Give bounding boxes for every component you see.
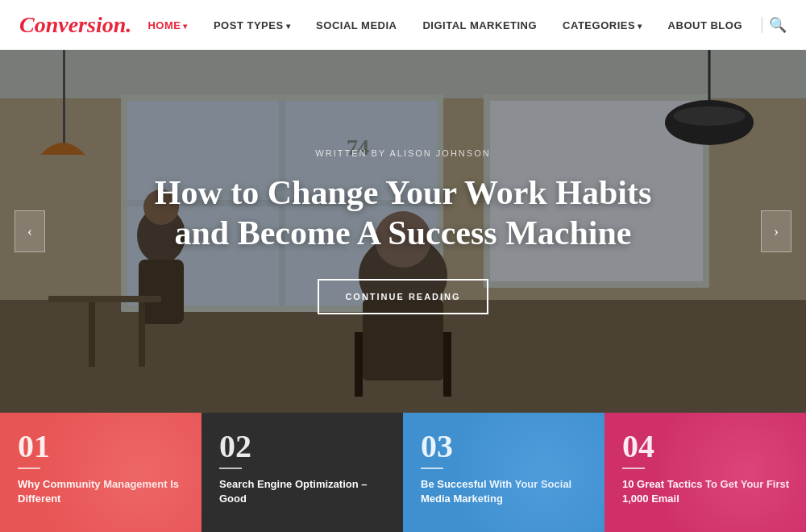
nav-item-about-blog[interactable]: ABOUT BLOG — [655, 18, 755, 32]
logo-text: Conversion — [19, 12, 126, 37]
nav-search-item[interactable]: 🔍 — [769, 16, 787, 34]
card-1-bg — [0, 413, 202, 532]
nav-divider-item — [755, 17, 769, 33]
hero-author: WRITTEN BY ALISON JOHNSON — [315, 148, 490, 158]
nav-link-about-blog[interactable]: ABOUT BLOG — [655, 19, 755, 31]
hero-title: How to Change Your Work Habits and Becom… — [129, 172, 677, 254]
nav-item-home[interactable]: HOME▾ — [135, 18, 201, 32]
hero-slider: 74 — [0, 50, 806, 413]
nav-item-social-media[interactable]: SOCIAL MEDIA — [303, 18, 409, 32]
card-4-bg — [604, 413, 806, 532]
nav-item-digital-marketing[interactable]: DIGITAL MARKETING — [409, 18, 550, 32]
nav-links: HOME▾ POST TYPES▾ SOCIAL MEDIA DIGITAL M… — [135, 16, 787, 34]
nav-link-home[interactable]: HOME▾ — [135, 19, 201, 31]
nav-item-categories[interactable]: CATEGORIES▾ — [550, 18, 655, 32]
nav-link-social-media[interactable]: SOCIAL MEDIA — [303, 19, 409, 31]
card-1[interactable]: 01 Why Community Management Is Different — [0, 413, 202, 532]
card-3-bg — [403, 413, 604, 532]
chevron-left-icon: ‹ — [27, 223, 32, 240]
slider-prev-button[interactable]: ‹ — [15, 210, 45, 252]
card-2-title: Search Engine Optimization – Good — [219, 477, 387, 506]
logo[interactable]: Conversion. — [19, 12, 131, 38]
nav-link-digital-marketing[interactable]: DIGITAL MARKETING — [409, 19, 550, 31]
nav-link-categories[interactable]: CATEGORIES▾ — [550, 19, 655, 31]
featured-cards: 01 Why Community Management Is Different… — [0, 413, 806, 532]
card-3[interactable]: 03 Be Succesful With Your Social Media M… — [403, 413, 604, 532]
slider-next-button[interactable]: › — [761, 210, 791, 252]
card-4[interactable]: 04 10 Great Tactics To Get Your First 1,… — [604, 413, 806, 532]
card-2-number: 02 — [219, 430, 387, 463]
hero-content: WRITTEN BY ALISON JOHNSON How to Change … — [0, 50, 806, 413]
search-icon[interactable]: 🔍 — [769, 17, 787, 33]
navbar: Conversion. HOME▾ POST TYPES▾ SOCIAL MED… — [0, 0, 806, 50]
card-2-divider — [219, 468, 242, 469]
nav-link-post-types[interactable]: POST TYPES▾ — [201, 19, 303, 31]
nav-item-post-types[interactable]: POST TYPES▾ — [201, 18, 303, 32]
logo-dot: . — [126, 12, 131, 37]
card-2[interactable]: 02 Search Engine Optimization – Good — [202, 413, 403, 532]
chevron-right-icon: › — [774, 223, 779, 240]
continue-reading-button[interactable]: CONTINUE READING — [318, 279, 488, 314]
